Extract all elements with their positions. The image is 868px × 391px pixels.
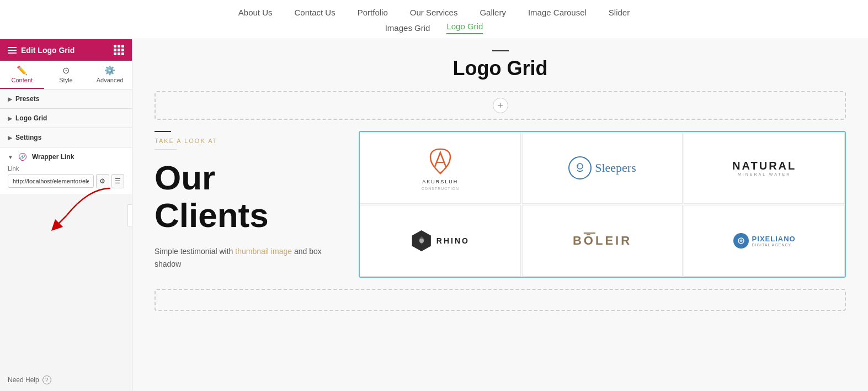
sidebar-header: Edit Logo Grid (0, 39, 132, 61)
desc-highlight: thumbnail image (235, 247, 292, 256)
logo-cell-rhino[interactable]: RHINO (360, 205, 521, 277)
logo-grid-container: AKURSLUH CONSTRUCTION (359, 131, 846, 278)
grid-icon[interactable] (114, 45, 124, 55)
tab-content-label: Content (12, 77, 33, 83)
sleepers-circle-icon (568, 156, 592, 179)
logo-cell-sleepers[interactable]: Sleepers (522, 132, 683, 204)
tab-advanced[interactable]: ⚙️ Advanced (88, 61, 132, 89)
help-icon: ? (42, 376, 51, 384)
sidebar-tabs: ✏️ Content ⊙ Style ⚙️ Advanced (0, 61, 132, 89)
akursluh-tagline: CONSTRUCTION (422, 187, 459, 191)
logo-grid-title: Logo Grid (155, 57, 846, 80)
settings-header[interactable]: ▶ Settings (0, 128, 132, 147)
akursluh-name: AKURSLUH (422, 179, 458, 184)
content-icon: ✏️ (17, 65, 28, 76)
logo-grid: AKURSLUH CONSTRUCTION (359, 131, 846, 278)
logo-grid-label: Logo Grid (15, 114, 47, 122)
natural-main-text: natural (732, 160, 796, 172)
nav-about-us[interactable]: About Us (238, 8, 273, 17)
style-icon: ⊙ (62, 65, 70, 76)
nav-contact-us[interactable]: Contact Us (295, 8, 336, 17)
rhino-hex-icon (411, 230, 432, 251)
tab-advanced-label: Advanced (97, 77, 124, 83)
logo-cell-natural[interactable]: natural MINERAL WATER (684, 132, 845, 204)
eyebrow-line (155, 131, 171, 132)
pixeliano-main-text: PIXELIANO (752, 235, 796, 243)
top-nav: About Us Contact Us Portfolio Our Servic… (0, 0, 868, 39)
logo-cell-pixeliano[interactable]: PIXELIANO DIGITAL AGENCY (684, 205, 845, 277)
clients-heading-line2: Clients (155, 196, 269, 234)
need-help[interactable]: Need Help ? (0, 369, 132, 391)
section-line-top (492, 50, 509, 51)
desc-text: Simple testimonial with (155, 247, 233, 256)
settings-label: Settings (15, 134, 41, 141)
logo-cell-boleir[interactable]: BŌLEIR (522, 205, 683, 277)
hamburger-icon[interactable] (8, 47, 17, 54)
clients-heading: Our Clients (155, 159, 342, 234)
nav-our-services[interactable]: Our Services (410, 8, 458, 17)
sidebar-collapse-btn[interactable]: ‹ (127, 204, 132, 226)
nav-gallery[interactable]: Gallery (480, 8, 506, 17)
wrapper-link-icon: 🔗 (19, 153, 26, 161)
pixeliano-icon (733, 233, 749, 249)
presets-section: ▶ Presets (0, 89, 132, 109)
eyebrow-text: TAKE A LOOK AT (155, 138, 342, 144)
nav-images-grid[interactable]: Images Grid (385, 23, 430, 33)
nav-logo-grid[interactable]: Logo Grid (446, 22, 483, 34)
presets-label: Presets (15, 95, 39, 103)
natural-sub-text: MINERAL WATER (738, 172, 791, 176)
link-field-label: Link (8, 165, 124, 172)
rhino-text: RHINO (436, 236, 470, 245)
clients-description: Simple testimonial with thumbnail image … (155, 245, 342, 270)
logo-cell-akursluh[interactable]: AKURSLUH CONSTRUCTION (360, 132, 521, 204)
divider-short (155, 150, 177, 150)
advanced-icon: ⚙️ (104, 65, 115, 76)
logo-grid-arrow: ▶ (8, 115, 12, 121)
tab-content[interactable]: ✏️ Content (0, 61, 44, 89)
red-arrow (11, 183, 132, 238)
need-help-label: Need Help (8, 376, 39, 384)
add-block-plus-icon[interactable]: + (493, 98, 508, 113)
settings-section: ▶ Settings (0, 128, 132, 147)
akursluh-logo-svg (425, 146, 456, 177)
content-area: Logo Grid + TAKE A LOOK AT Our Clients S… (132, 39, 868, 391)
tab-style-label: Style (59, 77, 72, 83)
logo-grid-header[interactable]: ▶ Logo Grid (0, 109, 132, 128)
wrapper-link-title: Wrapper Link (32, 153, 74, 161)
wrapper-link-collapse: ▼ (8, 154, 13, 160)
tab-style[interactable]: ⊙ Style (44, 61, 88, 89)
bottom-placeholder[interactable] (155, 289, 846, 311)
boleir-text: BŌLEIR (573, 234, 632, 248)
sidebar-title: Edit Logo Grid (21, 46, 74, 55)
nav-slider[interactable]: Slider (609, 8, 630, 17)
presets-arrow: ▶ (8, 96, 12, 102)
svg-point-2 (419, 239, 424, 243)
sidebar: Edit Logo Grid ✏️ Content ⊙ Style ⚙️ Adv… (0, 39, 132, 391)
sleepers-text: Sleepers (595, 161, 636, 175)
presets-header[interactable]: ▶ Presets (0, 89, 132, 108)
add-block-top[interactable]: + (155, 91, 846, 120)
settings-arrow: ▶ (8, 135, 12, 141)
logo-grid-section: ▶ Logo Grid (0, 109, 132, 128)
clients-heading-line1: Our (155, 158, 215, 197)
nav-portfolio[interactable]: Portfolio (358, 8, 388, 17)
pixeliano-sub-text: DIGITAL AGENCY (752, 243, 796, 247)
svg-point-1 (577, 165, 579, 167)
nav-image-carousel[interactable]: Image Carousel (528, 8, 587, 17)
